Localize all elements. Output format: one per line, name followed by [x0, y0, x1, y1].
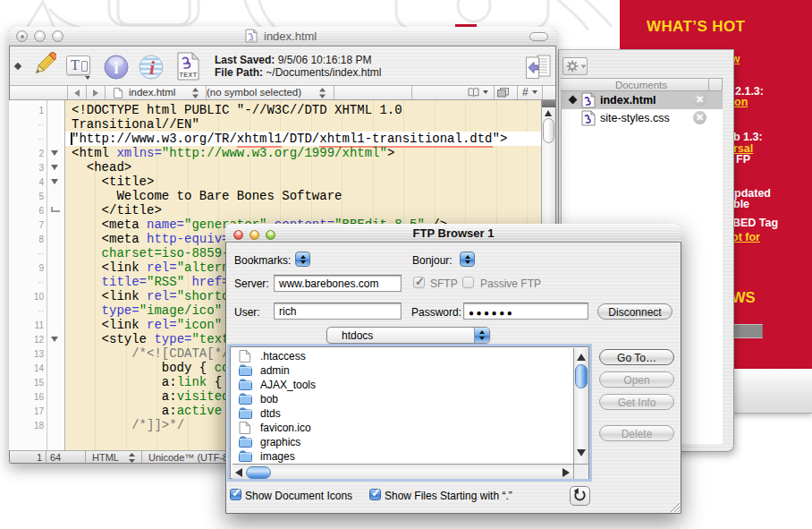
- svg-text:i: i: [114, 59, 118, 77]
- svg-text:TEXT: TEXT: [180, 72, 198, 78]
- svg-text:i: i: [149, 56, 156, 79]
